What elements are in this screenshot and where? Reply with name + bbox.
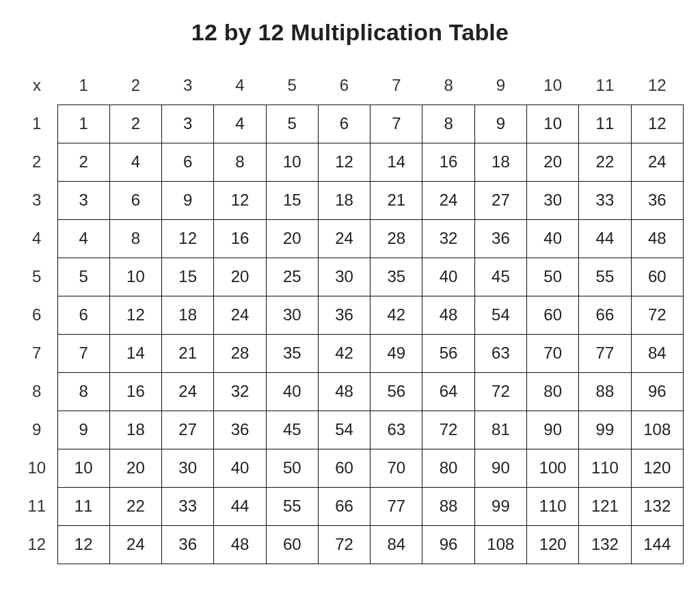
row-header: 8 <box>16 372 57 411</box>
table-cell: 16 <box>422 143 474 181</box>
row-header: 5 <box>16 258 57 296</box>
row-header: 1 <box>16 105 57 143</box>
table-cell: 2 <box>57 143 109 181</box>
col-header: 12 <box>631 66 683 105</box>
table-cell: 90 <box>474 449 526 487</box>
table-cell: 11 <box>579 105 631 143</box>
table-cell: 70 <box>371 449 422 487</box>
row-header: 6 <box>16 296 57 334</box>
table-cell: 60 <box>527 296 579 334</box>
table-row: 224681012141618202224 <box>16 143 684 181</box>
table-cell: 44 <box>579 219 631 258</box>
table-cell: 18 <box>474 143 526 181</box>
table-cell: 77 <box>579 334 631 372</box>
table-cell: 110 <box>579 449 631 487</box>
table-cell: 33 <box>162 487 214 525</box>
col-header: 5 <box>266 66 318 105</box>
table-cell: 48 <box>631 219 683 258</box>
col-header: 9 <box>474 66 526 105</box>
table-cell: 96 <box>422 525 474 564</box>
table-cell: 12 <box>162 219 214 258</box>
multiplication-table: x 1 2 3 4 5 6 7 8 9 10 11 12 11234567891… <box>16 66 684 564</box>
col-header: 4 <box>214 66 266 105</box>
table-cell: 30 <box>318 258 370 296</box>
table-cell: 72 <box>422 411 474 449</box>
table-row: 121224364860728496108120132144 <box>16 525 684 564</box>
table-cell: 56 <box>371 372 422 411</box>
table-cell: 56 <box>422 334 474 372</box>
table-cell: 12 <box>57 525 109 564</box>
table-row: 9918273645546372819099108 <box>16 411 684 449</box>
table-cell: 84 <box>631 334 683 372</box>
row-header: 10 <box>16 449 57 487</box>
table-cell: 72 <box>474 372 526 411</box>
table-cell: 24 <box>214 296 266 334</box>
table-cell: 110 <box>527 487 579 525</box>
table-cell: 63 <box>474 334 526 372</box>
table-cell: 132 <box>631 487 683 525</box>
table-cell: 88 <box>422 487 474 525</box>
table-cell: 30 <box>527 181 579 219</box>
table-cell: 120 <box>527 525 579 564</box>
table-cell: 40 <box>214 449 266 487</box>
table-cell: 80 <box>422 449 474 487</box>
table-cell: 24 <box>318 219 370 258</box>
table-row: 11112233445566778899110121132 <box>16 487 684 525</box>
table-cell: 66 <box>318 487 370 525</box>
table-cell: 32 <box>422 219 474 258</box>
table-cell: 6 <box>318 105 370 143</box>
table-cell: 144 <box>631 525 683 564</box>
table-cell: 99 <box>579 411 631 449</box>
table-cell: 10 <box>266 143 318 181</box>
table-cell: 24 <box>109 525 161 564</box>
row-header: 9 <box>16 411 57 449</box>
table-cell: 14 <box>371 143 422 181</box>
table-row: 771421283542495663707784 <box>16 334 684 372</box>
table-cell: 36 <box>631 181 683 219</box>
table-cell: 49 <box>371 334 422 372</box>
table-cell: 30 <box>266 296 318 334</box>
table-cell: 22 <box>109 487 161 525</box>
table-cell: 24 <box>162 372 214 411</box>
table-row: 10102030405060708090100110120 <box>16 449 684 487</box>
row-header: 11 <box>16 487 57 525</box>
table-cell: 60 <box>266 525 318 564</box>
table-cell: 132 <box>579 525 631 564</box>
table-row: 1123456789101112 <box>16 105 684 143</box>
table-cell: 48 <box>214 525 266 564</box>
table-cell: 77 <box>371 487 422 525</box>
table-cell: 21 <box>162 334 214 372</box>
table-cell: 108 <box>631 411 683 449</box>
table-cell: 4 <box>214 105 266 143</box>
table-row: 3369121518212427303336 <box>16 181 684 219</box>
table-cell: 6 <box>57 296 109 334</box>
col-header: 1 <box>57 66 109 105</box>
table-cell: 25 <box>266 258 318 296</box>
table-cell: 16 <box>214 219 266 258</box>
table-cell: 20 <box>527 143 579 181</box>
table-cell: 10 <box>109 258 161 296</box>
table-cell: 48 <box>422 296 474 334</box>
table-cell: 81 <box>474 411 526 449</box>
table-cell: 33 <box>579 181 631 219</box>
table-cell: 66 <box>579 296 631 334</box>
table-cell: 20 <box>214 258 266 296</box>
table-cell: 121 <box>579 487 631 525</box>
table-cell: 36 <box>162 525 214 564</box>
table-cell: 4 <box>109 143 161 181</box>
table-cell: 12 <box>109 296 161 334</box>
table-cell: 96 <box>631 372 683 411</box>
table-cell: 10 <box>527 105 579 143</box>
table-cell: 88 <box>579 372 631 411</box>
table-cell: 9 <box>57 411 109 449</box>
table-cell: 8 <box>422 105 474 143</box>
table-cell: 8 <box>109 219 161 258</box>
table-cell: 8 <box>57 372 109 411</box>
table-cell: 55 <box>579 258 631 296</box>
table-cell: 50 <box>266 449 318 487</box>
col-header: 7 <box>371 66 422 105</box>
table-cell: 10 <box>57 449 109 487</box>
corner-label: x <box>16 66 57 105</box>
table-cell: 27 <box>162 411 214 449</box>
col-header: 10 <box>527 66 579 105</box>
